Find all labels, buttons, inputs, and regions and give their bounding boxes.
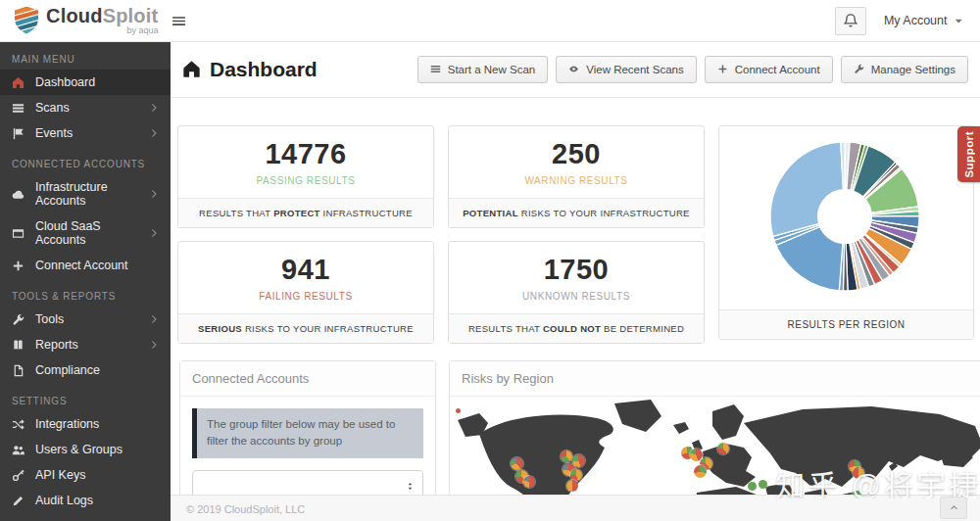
sidebar-item-label: Reports xyxy=(35,338,139,352)
my-account-label: My Account xyxy=(884,14,948,27)
risk-marker[interactable] xyxy=(717,443,729,454)
watermark-text: 知乎 @将宇捷 xyxy=(775,461,980,498)
chevron-up-icon xyxy=(950,503,958,512)
sidebar-item-events[interactable]: Events xyxy=(0,120,171,146)
book-icon xyxy=(12,339,25,352)
brand-byline: by aqua xyxy=(46,26,158,35)
cloud-icon xyxy=(12,188,25,201)
support-tab-label: Support xyxy=(963,131,975,178)
stat-value: 941 xyxy=(178,254,433,286)
stat-description: RESULTS THAT PROTECT INFRASTRUCTURE xyxy=(178,198,433,227)
manage-settings-button[interactable]: Manage Settings xyxy=(841,56,968,83)
stat-description: RESULTS THAT COULD NOT BE DETERMINED xyxy=(449,313,704,343)
support-tab[interactable]: Support xyxy=(957,126,980,182)
stat-card-unknown-results: 1750 UNKNOWN RESULTS RESULTS THAT COULD … xyxy=(448,241,705,344)
risk-marker[interactable] xyxy=(511,457,523,470)
sidebar-section-header: TOOLS & REPORTS xyxy=(0,278,171,307)
flag-icon xyxy=(12,127,25,140)
risk-marker[interactable] xyxy=(748,482,757,491)
sidebar-section-header: SETTINGS xyxy=(0,383,171,411)
sidebar-item-reports[interactable]: Reports xyxy=(0,332,171,357)
header-actions: Start a New Scan View Recent Scans Conne… xyxy=(417,56,968,83)
sidebar-item-infrastructure-accounts[interactable]: Infrastructure Accounts xyxy=(0,174,171,213)
page-footer: © 2019 CloudSploit, LLC xyxy=(171,495,980,521)
brand-name: CloudSploit xyxy=(46,6,158,25)
sidebar-item-label: Tools xyxy=(35,312,139,326)
sidebar-item-label: Events xyxy=(35,126,139,140)
wrench-icon xyxy=(854,64,864,74)
risk-marker[interactable] xyxy=(523,476,535,488)
my-account-menu[interactable]: My Account xyxy=(884,14,964,27)
sidebar-item-label: Compliance xyxy=(35,363,159,377)
sidebar-section: MAIN MENU Dashboard Scans Events xyxy=(0,41,171,146)
stat-label: WARNING RESULTS xyxy=(449,175,704,186)
brand-logo[interactable]: CloudSploit by aqua xyxy=(14,6,158,35)
sidebar-item-label: API Keys xyxy=(35,468,159,482)
page-header: Dashboard Start a New Scan View Recent S… xyxy=(171,41,980,98)
group-filter-info-alert: The group filter below may be used to fi… xyxy=(192,408,423,458)
stat-value: 1750 xyxy=(449,254,704,286)
button-label: Manage Settings xyxy=(871,64,956,75)
notifications-button[interactable] xyxy=(835,7,866,35)
sidebar-item-api-keys[interactable]: API Keys xyxy=(0,462,171,488)
pencil-icon xyxy=(12,495,25,507)
scroll-to-top-button[interactable] xyxy=(940,497,967,519)
sidebar-item-label: Audit Logs xyxy=(35,494,159,507)
main-content: Dashboard Start a New Scan View Recent S… xyxy=(171,41,980,521)
risk-marker[interactable] xyxy=(456,408,461,413)
sidebar-item-connect-account[interactable]: Connect Account xyxy=(0,253,171,278)
menu-toggle-icon[interactable] xyxy=(172,14,186,28)
button-label: Start a New Scan xyxy=(448,64,535,75)
results-per-region-panel: RESULTS PER REGION xyxy=(718,125,974,340)
top-navbar: CloudSploit by aqua My Account xyxy=(0,0,980,42)
results-per-region-chart xyxy=(719,126,973,308)
users-icon xyxy=(12,444,25,456)
sidebar-item-account-settings[interactable]: Account Settings xyxy=(0,513,171,521)
home-icon xyxy=(182,60,201,78)
bell-icon xyxy=(843,13,858,28)
wrench-icon xyxy=(12,313,25,326)
connect-account-button[interactable]: Connect Account xyxy=(705,56,833,83)
chart-footer-label: RESULTS PER REGION xyxy=(719,309,973,339)
sidebar-sections: MAIN MENU Dashboard Scans Events CONNECT… xyxy=(0,41,171,521)
shuffle-icon xyxy=(12,418,25,431)
chevron-right-icon xyxy=(149,340,159,350)
chevron-right-icon xyxy=(149,314,159,324)
stat-card-warning-results: 250 WARNING RESULTS POTENTIAL RISKS TO Y… xyxy=(448,125,705,228)
file-icon xyxy=(12,364,25,377)
risks-by-region-title: Risks by Region xyxy=(450,361,980,397)
sidebar-section: TOOLS & REPORTS Tools Reports Compliance xyxy=(0,278,171,383)
chevron-right-icon xyxy=(149,128,159,138)
connected-accounts-title: Connected Accounts xyxy=(180,361,435,397)
home-icon xyxy=(12,76,25,89)
risk-marker[interactable] xyxy=(759,480,767,489)
sidebar-item-users-groups[interactable]: Users & Groups xyxy=(0,437,171,462)
world-map: 知乎 @将宇捷 xyxy=(450,397,980,498)
chevron-right-icon xyxy=(149,189,159,199)
sidebar-section-header: MAIN MENU xyxy=(0,41,171,70)
chevron-right-icon xyxy=(149,228,159,238)
sidebar-item-scans[interactable]: Scans xyxy=(0,95,171,120)
sidebar-item-tools[interactable]: Tools xyxy=(0,307,171,332)
sidebar-item-label: Integrations xyxy=(35,417,159,431)
stat-value: 14776 xyxy=(178,138,433,170)
sidebar-section: CONNECTED ACCOUNTS Infrastructure Accoun… xyxy=(0,146,171,278)
sidebar-item-dashboard[interactable]: Dashboard xyxy=(0,70,171,95)
risk-marker[interactable] xyxy=(694,465,707,478)
caret-down-icon xyxy=(953,15,965,27)
sidebar-item-cloud-saas-accounts[interactable]: Cloud SaaS Accounts xyxy=(0,213,171,253)
risk-marker[interactable] xyxy=(561,450,572,462)
eye-icon xyxy=(568,64,579,74)
cloudsploit-shield-icon xyxy=(14,6,39,34)
stat-label: PASSING RESULTS xyxy=(178,175,433,186)
sidebar-item-compliance[interactable]: Compliance xyxy=(0,357,171,383)
start-a-new-scan-button[interactable]: Start a New Scan xyxy=(417,56,548,83)
button-label: View Recent Scans xyxy=(586,64,684,75)
plus-icon xyxy=(717,64,728,74)
sidebar-item-label: Cloud SaaS Accounts xyxy=(35,219,139,247)
sidebar-item-audit-logs[interactable]: Audit Logs xyxy=(0,488,171,513)
view-recent-scans-button[interactable]: View Recent Scans xyxy=(556,56,697,83)
sidebar-item-integrations[interactable]: Integrations xyxy=(0,411,171,437)
list-icon xyxy=(430,64,441,74)
risk-marker[interactable] xyxy=(566,480,578,492)
